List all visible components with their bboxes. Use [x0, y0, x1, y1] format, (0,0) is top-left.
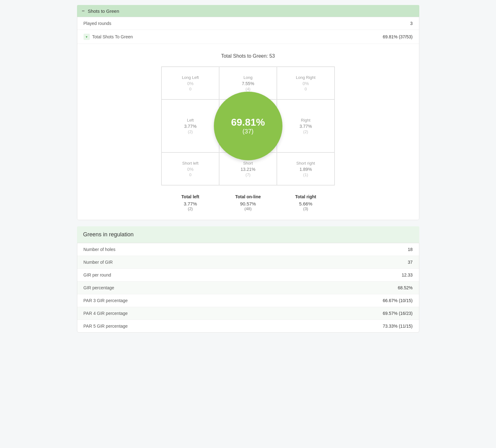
- short-left-label: Short left: [182, 161, 198, 166]
- gir-row: PAR 5 GIR percentage 73.33% (11/15): [77, 320, 419, 332]
- total-online-count: (48): [222, 206, 274, 211]
- left-cell: Left 3.77% (2): [161, 99, 219, 152]
- gir-row-value: 66.67% (10/15): [383, 298, 413, 303]
- short-left-pct: 0%: [187, 167, 193, 172]
- chevron-down-icon[interactable]: ▾: [84, 34, 90, 40]
- gir-row-label: Number of GIR: [84, 260, 113, 265]
- short-left-cell: Short left 0% 0: [161, 152, 219, 185]
- gir-row-label: GIR per round: [84, 272, 111, 277]
- short-right-pct: 1.89%: [300, 167, 312, 172]
- long-pct: 7.55%: [242, 81, 254, 86]
- gir-row-value: 68.52%: [398, 285, 412, 290]
- long-right-label: Long Right: [296, 75, 315, 80]
- total-online-pct: 90.57%: [222, 201, 274, 206]
- played-rounds-label: Played rounds: [84, 21, 112, 26]
- long-left-cell: Long Left 0% 0: [161, 67, 219, 99]
- total-shots-label-wrap: ▾ Total Shots To Green: [84, 34, 133, 40]
- short-right-count: (1): [303, 172, 308, 177]
- grid-chart-container: Long Left 0% 0 Long 7.55% (4) Long Right…: [84, 66, 413, 214]
- gir-section-header: Greens in regulation: [77, 226, 419, 243]
- short-right-cell: Short right 1.89% (1): [277, 152, 335, 185]
- chart-section: Total Shots to Green: 53 Long Left 0% 0 …: [77, 44, 419, 220]
- gir-row: Number of holes 18: [77, 243, 419, 256]
- long-right-cell: Long Right 0% 0: [277, 67, 335, 99]
- green-circle: 69.81% (37): [214, 92, 282, 160]
- total-left-pct: 3.77%: [165, 201, 216, 206]
- total-right-count: (3): [280, 206, 331, 211]
- center-cell: 69.81% (37): [219, 99, 277, 152]
- total-shots-label: Total Shots To Green: [92, 34, 133, 39]
- gir-row-value: 18: [408, 247, 413, 252]
- total-online-label: Total on-line: [222, 194, 274, 199]
- circle-count: (37): [243, 128, 254, 135]
- total-online-cell: Total on-line 90.57% (48): [219, 192, 277, 214]
- right-count: (2): [303, 129, 308, 134]
- played-rounds-row: Played rounds 3: [77, 17, 419, 30]
- shots-to-green-card: Played rounds 3 ▾ Total Shots To Green 6…: [77, 17, 419, 220]
- total-right-cell: Total right 5.66% (3): [277, 192, 335, 214]
- total-right-pct: 5.66%: [280, 201, 331, 206]
- short-left-count: 0: [189, 172, 191, 177]
- circle-pct: 69.81%: [231, 117, 265, 128]
- long-left-label: Long Left: [182, 75, 199, 80]
- shots-to-green-header: – Shots to Green: [77, 5, 419, 17]
- short-pct: 13.21%: [241, 167, 255, 172]
- gir-row-label: GIR percentage: [84, 285, 114, 290]
- collapse-icon[interactable]: –: [82, 8, 85, 14]
- direction-grid: Long Left 0% 0 Long 7.55% (4) Long Right…: [161, 66, 335, 185]
- long-label: Long: [243, 75, 253, 80]
- gir-row-value: 12.33: [402, 272, 412, 277]
- long-right-pct: 0%: [302, 81, 309, 86]
- gir-row: GIR percentage 68.52%: [77, 282, 419, 294]
- total-left-label: Total left: [165, 194, 216, 199]
- totals-row: Total left 3.77% (2) Total on-line 90.57…: [161, 192, 335, 214]
- gir-row-value: 69.57% (16/23): [383, 311, 413, 316]
- total-right-label: Total right: [280, 194, 331, 199]
- gir-row-label: Number of holes: [84, 247, 116, 252]
- gir-row-label: PAR 4 GIR percentage: [84, 311, 128, 316]
- gir-row-label: PAR 3 GIR percentage: [84, 298, 128, 303]
- gir-row-value: 73.33% (11/15): [383, 324, 413, 329]
- total-left-count: (2): [165, 206, 216, 211]
- left-label: Left: [187, 118, 194, 123]
- left-count: (2): [188, 129, 193, 134]
- gir-section-title: Greens in regulation: [83, 231, 134, 238]
- section-title: Shots to Green: [88, 8, 119, 14]
- right-cell: Right 3.77% (2): [277, 99, 335, 152]
- gir-row: GIR per round 12.33: [77, 269, 419, 282]
- gir-card: Number of holes 18 Number of GIR 37 GIR …: [77, 243, 419, 333]
- left-pct: 3.77%: [184, 124, 197, 129]
- played-rounds-value: 3: [410, 21, 413, 26]
- right-label: Right: [301, 118, 310, 123]
- short-right-label: Short right: [296, 161, 315, 166]
- right-pct: 3.77%: [300, 124, 312, 129]
- gir-row-value: 37: [408, 260, 413, 265]
- gir-row-label: PAR 5 GIR percentage: [84, 324, 128, 329]
- total-shots-value: 69.81% (37/53): [383, 34, 413, 39]
- long-right-count: 0: [305, 87, 307, 91]
- gir-row: PAR 3 GIR percentage 66.67% (10/15): [77, 294, 419, 307]
- long-left-count: 0: [189, 87, 191, 91]
- short-label: Short: [243, 161, 253, 166]
- chart-title: Total Shots to Green: 53: [84, 53, 413, 59]
- total-left-cell: Total left 3.77% (2): [161, 192, 219, 214]
- total-shots-row: ▾ Total Shots To Green 69.81% (37/53): [77, 30, 419, 44]
- short-count: (7): [246, 172, 251, 177]
- long-count: (4): [246, 87, 251, 91]
- gir-row: PAR 4 GIR percentage 69.57% (16/23): [77, 307, 419, 320]
- gir-row: Number of GIR 37: [77, 256, 419, 269]
- long-left-pct: 0%: [187, 81, 193, 86]
